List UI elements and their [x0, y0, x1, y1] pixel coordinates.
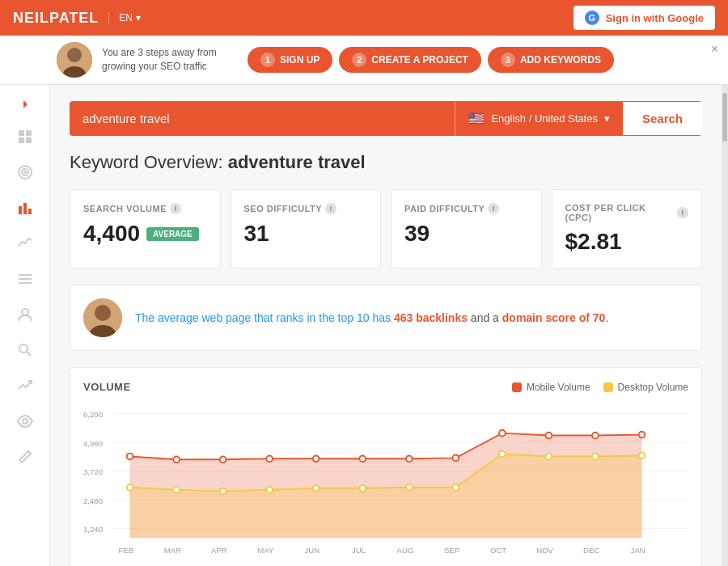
svg-point-41	[452, 455, 459, 462]
metric-label: SEO DIFFICULTY i	[244, 203, 368, 214]
svg-point-45	[639, 432, 645, 438]
scroll-thumb[interactable]	[722, 93, 727, 142]
sidebar-icon-trending[interactable]	[0, 370, 49, 402]
svg-point-50	[266, 487, 273, 493]
svg-text:4,960: 4,960	[83, 439, 103, 448]
main-content: 🇺🇸 English / United States ▾ Search Keyw…	[50, 85, 722, 566]
svg-point-9	[24, 171, 26, 173]
svg-point-48	[173, 487, 180, 493]
insight-text: The average web page that ranks in the t…	[135, 310, 608, 327]
sign-in-label: Sign in with Google	[606, 12, 704, 24]
svg-point-55	[499, 451, 506, 458]
language-dropdown[interactable]: 🇺🇸 English / United States ▾	[455, 101, 623, 136]
language-selector[interactable]: EN ▾	[108, 12, 141, 23]
volume-chart-svg: 6,200 4,960 3,720 2,480 1,240	[83, 403, 688, 564]
sidebar-icon-search[interactable]	[0, 334, 49, 366]
sidebar-icon-list[interactable]	[0, 263, 49, 295]
chart-legend: Mobile VolumeDesktop Volume	[512, 382, 688, 393]
svg-point-58	[639, 453, 645, 459]
insight-bar: The average web page that ranks in the t…	[70, 285, 702, 351]
svg-point-38	[313, 455, 320, 462]
svg-point-16	[22, 309, 28, 315]
sidebar-icon-target[interactable]	[0, 156, 49, 188]
sidebar-icon-keywords[interactable]	[0, 192, 49, 224]
step-num: 2	[352, 53, 366, 67]
search-button[interactable]: Search	[623, 102, 702, 135]
info-icon[interactable]: i	[170, 203, 181, 214]
google-icon: G	[585, 11, 599, 25]
main-layout: 🇺🇸 English / United States ▾ Search Keyw…	[0, 85, 728, 566]
step-button-3[interactable]: 3ADD KEYWORDS	[488, 47, 614, 73]
step-label: SIGN UP	[280, 54, 320, 65]
step-num: 1	[260, 53, 275, 67]
svg-text:AUG: AUG	[397, 546, 414, 555]
step-num: 3	[501, 53, 515, 67]
sign-in-button[interactable]: G Sign in with Google	[574, 6, 715, 30]
insight-middle: and a	[468, 311, 502, 324]
svg-point-37	[266, 455, 273, 462]
sidebar-icon-user[interactable]	[0, 298, 49, 331]
svg-text:SEP: SEP	[444, 546, 459, 555]
step-button-2[interactable]: 2CREATE A PROJECT	[339, 47, 481, 73]
metric-card-0: SEARCH VOLUME i 4,400AVERAGE	[70, 189, 221, 268]
svg-point-47	[127, 484, 133, 491]
scroll-track[interactable]	[722, 85, 728, 566]
metric-value: 39	[404, 221, 528, 247]
metric-card-1: SEO DIFFICULTY i 31	[231, 189, 382, 268]
metric-value: 4,400AVERAGE	[83, 221, 207, 247]
chart-card: VOLUME Mobile VolumeDesktop Volume 6,200…	[70, 367, 702, 566]
svg-text:JAN: JAN	[631, 546, 645, 555]
legend-item: Mobile Volume	[512, 382, 590, 393]
svg-point-52	[359, 485, 366, 492]
logo-group: NEILPATEL EN ▾	[13, 10, 141, 27]
insight-prefix: The average web page that ranks in the t…	[135, 311, 394, 324]
chart-title: VOLUME	[83, 381, 131, 393]
svg-rect-13	[19, 274, 32, 276]
info-icon[interactable]: i	[488, 203, 499, 214]
metric-label: PAID DIFFICULTY i	[404, 203, 528, 214]
svg-rect-11	[23, 203, 27, 214]
flag-icon: 🇺🇸	[468, 111, 485, 126]
legend-dot	[512, 382, 522, 392]
search-section: 🇺🇸 English / United States ▾ Search	[70, 101, 702, 136]
insight-backlinks: 463 backlinks	[394, 311, 468, 324]
svg-point-39	[359, 455, 366, 462]
logo-text: NEILPATEL	[13, 10, 99, 27]
svg-point-19	[23, 419, 28, 424]
page-title-keyword: adventure travel	[228, 152, 366, 172]
svg-point-49	[220, 488, 226, 495]
sidebar-toggle[interactable]	[0, 91, 49, 117]
svg-text:FEB: FEB	[118, 546, 133, 555]
legend-label: Mobile Volume	[527, 382, 590, 393]
step-button-1[interactable]: 1SIGN UP	[248, 47, 332, 73]
svg-point-56	[546, 454, 552, 460]
metrics-row: SEARCH VOLUME i 4,400AVERAGE SEO DIFFICU…	[70, 189, 702, 268]
svg-rect-12	[28, 209, 32, 214]
sidebar-icon-edit[interactable]	[0, 441, 49, 473]
lang-chevron-icon: ▾	[136, 12, 141, 23]
sidebar-icon-analytics[interactable]	[0, 227, 49, 260]
onboarding-text: You are 3 steps away from growing your S…	[102, 46, 231, 74]
sidebar-icon-dashboard[interactable]	[0, 120, 49, 153]
search-input[interactable]	[83, 112, 442, 125]
svg-text:MAR: MAR	[164, 546, 181, 555]
metric-card-3: COST PER CLICK (CPC) i $2.81	[552, 189, 703, 268]
svg-point-43	[546, 433, 552, 439]
metric-label: COST PER CLICK (CPC) i	[565, 203, 689, 222]
search-input-wrap[interactable]	[70, 102, 455, 136]
metric-label: SEARCH VOLUME i	[83, 203, 207, 214]
svg-text:JUL: JUL	[352, 546, 366, 555]
svg-rect-4	[26, 130, 32, 136]
onboarding-bar: You are 3 steps away from growing your S…	[0, 36, 728, 85]
svg-point-42	[499, 430, 506, 437]
svg-point-54	[452, 484, 459, 491]
header: NEILPATEL EN ▾ G Sign in with Google	[0, 0, 728, 36]
info-icon[interactable]: i	[325, 203, 336, 214]
close-onboarding-button[interactable]: ×	[711, 42, 718, 57]
sidebar-icon-eye[interactable]	[0, 405, 49, 437]
svg-text:3,720: 3,720	[83, 467, 103, 476]
svg-text:6,200: 6,200	[83, 410, 103, 419]
svg-point-1	[67, 48, 82, 62]
info-icon[interactable]: i	[677, 207, 688, 218]
step-label: ADD KEYWORDS	[520, 54, 601, 65]
